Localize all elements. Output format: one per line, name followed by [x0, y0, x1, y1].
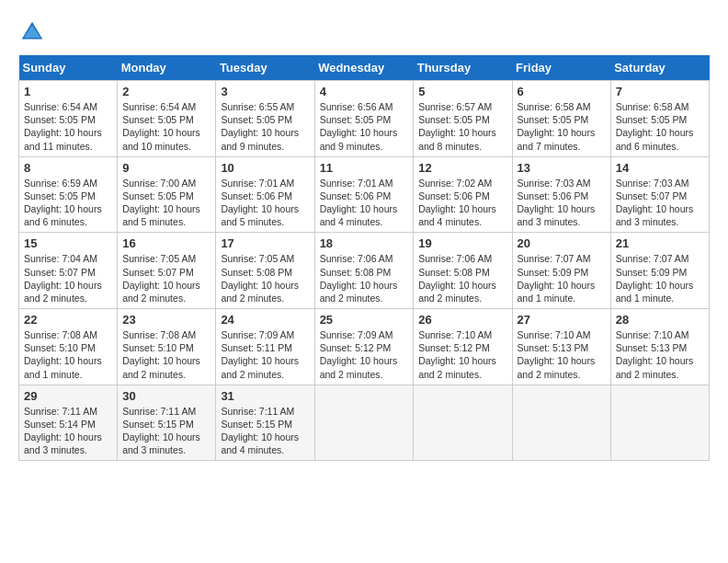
week-row-2: 8Sunrise: 6:59 AMSunset: 5:05 PMDaylight… [19, 156, 710, 233]
day-info: Sunrise: 7:11 AMSunset: 5:15 PMDaylight:… [221, 405, 309, 457]
column-header-saturday: Saturday [610, 55, 709, 81]
calendar-cell: 22Sunrise: 7:08 AMSunset: 5:10 PMDayligh… [19, 309, 118, 385]
day-info: Sunrise: 6:57 AMSunset: 5:05 PMDaylight:… [418, 100, 506, 153]
day-number: 4 [320, 85, 409, 98]
calendar-cell: 30Sunrise: 7:11 AMSunset: 5:15 PMDayligh… [118, 385, 216, 461]
day-info: Sunrise: 6:58 AMSunset: 5:05 PMDaylight:… [616, 100, 704, 153]
day-number: 9 [122, 161, 210, 175]
calendar-cell: 18Sunrise: 7:06 AMSunset: 5:08 PMDayligh… [314, 233, 414, 309]
day-number: 18 [320, 236, 409, 250]
calendar-cell: 17Sunrise: 7:05 AMSunset: 5:08 PMDayligh… [216, 233, 314, 309]
calendar-cell: 8Sunrise: 6:59 AMSunset: 5:05 PMDaylight… [19, 156, 118, 233]
week-row-3: 15Sunrise: 7:04 AMSunset: 5:07 PMDayligh… [19, 233, 710, 309]
calendar-cell: 21Sunrise: 7:07 AMSunset: 5:09 PMDayligh… [610, 233, 709, 309]
calendar-cell [414, 385, 512, 461]
day-number: 27 [518, 313, 606, 327]
day-info: Sunrise: 7:08 AMSunset: 5:10 PMDaylight:… [24, 328, 112, 381]
calendar-cell: 27Sunrise: 7:10 AMSunset: 5:13 PMDayligh… [512, 309, 610, 385]
column-header-sunday: Sunday [19, 55, 118, 81]
calendar-cell: 31Sunrise: 7:11 AMSunset: 5:15 PMDayligh… [216, 385, 314, 461]
column-header-tuesday: Tuesday [216, 55, 314, 81]
calendar-cell: 25Sunrise: 7:09 AMSunset: 5:12 PMDayligh… [314, 309, 414, 385]
day-info: Sunrise: 7:07 AMSunset: 5:09 PMDaylight:… [518, 252, 606, 304]
calendar-cell: 23Sunrise: 7:08 AMSunset: 5:10 PMDayligh… [118, 309, 216, 385]
day-number: 28 [616, 313, 704, 327]
calendar-cell: 10Sunrise: 7:01 AMSunset: 5:06 PMDayligh… [216, 156, 314, 233]
day-info: Sunrise: 6:54 AMSunset: 5:05 PMDaylight:… [122, 100, 210, 153]
calendar-cell: 4Sunrise: 6:56 AMSunset: 5:05 PMDaylight… [314, 81, 414, 157]
day-number: 13 [518, 161, 606, 175]
day-number: 23 [122, 313, 210, 327]
calendar-cell: 2Sunrise: 6:54 AMSunset: 5:05 PMDaylight… [118, 81, 216, 157]
day-number: 16 [122, 236, 210, 250]
day-number: 17 [221, 236, 309, 250]
day-number: 19 [418, 236, 506, 250]
day-number: 7 [616, 85, 704, 98]
day-info: Sunrise: 7:11 AMSunset: 5:14 PMDaylight:… [24, 405, 112, 457]
day-info: Sunrise: 7:02 AMSunset: 5:06 PMDaylight:… [418, 177, 506, 229]
calendar-cell: 26Sunrise: 7:10 AMSunset: 5:12 PMDayligh… [414, 309, 512, 385]
calendar-cell: 28Sunrise: 7:10 AMSunset: 5:13 PMDayligh… [610, 309, 709, 385]
column-header-wednesday: Wednesday [314, 55, 414, 81]
day-info: Sunrise: 6:56 AMSunset: 5:05 PMDaylight:… [320, 100, 409, 153]
day-info: Sunrise: 7:10 AMSunset: 5:13 PMDaylight:… [518, 328, 606, 381]
day-number: 30 [122, 389, 210, 403]
calendar-cell: 24Sunrise: 7:09 AMSunset: 5:11 PMDayligh… [216, 309, 314, 385]
day-number: 3 [221, 85, 309, 98]
calendar-cell: 1Sunrise: 6:54 AMSunset: 5:05 PMDaylight… [19, 81, 118, 157]
day-number: 21 [616, 236, 704, 250]
week-row-5: 29Sunrise: 7:11 AMSunset: 5:14 PMDayligh… [19, 385, 710, 461]
week-row-4: 22Sunrise: 7:08 AMSunset: 5:10 PMDayligh… [19, 309, 710, 385]
week-row-1: 1Sunrise: 6:54 AMSunset: 5:05 PMDaylight… [19, 81, 710, 157]
day-info: Sunrise: 7:09 AMSunset: 5:12 PMDaylight:… [320, 328, 409, 381]
day-info: Sunrise: 7:01 AMSunset: 5:06 PMDaylight:… [320, 177, 409, 229]
day-number: 2 [122, 85, 210, 98]
calendar-cell: 12Sunrise: 7:02 AMSunset: 5:06 PMDayligh… [414, 156, 512, 233]
calendar-cell [512, 385, 610, 461]
day-info: Sunrise: 6:58 AMSunset: 5:05 PMDaylight:… [518, 100, 606, 153]
day-number: 29 [24, 389, 112, 403]
day-number: 5 [418, 85, 506, 98]
logo [18, 18, 50, 46]
calendar-cell: 6Sunrise: 6:58 AMSunset: 5:05 PMDaylight… [512, 81, 610, 157]
calendar-cell: 15Sunrise: 7:04 AMSunset: 5:07 PMDayligh… [19, 233, 118, 309]
calendar-cell: 5Sunrise: 6:57 AMSunset: 5:05 PMDaylight… [414, 81, 512, 157]
day-info: Sunrise: 7:07 AMSunset: 5:09 PMDaylight:… [616, 252, 704, 304]
calendar-cell: 20Sunrise: 7:07 AMSunset: 5:09 PMDayligh… [512, 233, 610, 309]
day-number: 10 [221, 161, 309, 175]
day-number: 6 [518, 85, 606, 98]
calendar-table: SundayMondayTuesdayWednesdayThursdayFrid… [18, 55, 710, 461]
day-number: 31 [221, 389, 309, 403]
day-info: Sunrise: 6:55 AMSunset: 5:05 PMDaylight:… [221, 100, 309, 153]
day-info: Sunrise: 7:06 AMSunset: 5:08 PMDaylight:… [320, 252, 409, 304]
column-header-monday: Monday [118, 55, 216, 81]
day-info: Sunrise: 7:10 AMSunset: 5:12 PMDaylight:… [418, 328, 506, 381]
day-info: Sunrise: 7:09 AMSunset: 5:11 PMDaylight:… [221, 328, 309, 381]
calendar-cell: 7Sunrise: 6:58 AMSunset: 5:05 PMDaylight… [610, 81, 709, 157]
day-info: Sunrise: 7:11 AMSunset: 5:15 PMDaylight:… [122, 405, 210, 457]
day-number: 24 [221, 313, 309, 327]
page-header [18, 18, 710, 46]
calendar-cell [610, 385, 709, 461]
calendar-cell [314, 385, 414, 461]
day-info: Sunrise: 7:03 AMSunset: 5:06 PMDaylight:… [518, 177, 606, 229]
day-number: 15 [24, 236, 112, 250]
day-info: Sunrise: 7:06 AMSunset: 5:08 PMDaylight:… [418, 252, 506, 304]
calendar-cell: 13Sunrise: 7:03 AMSunset: 5:06 PMDayligh… [512, 156, 610, 233]
day-number: 25 [320, 313, 409, 327]
calendar-cell: 11Sunrise: 7:01 AMSunset: 5:06 PMDayligh… [314, 156, 414, 233]
column-header-friday: Friday [512, 55, 610, 81]
day-info: Sunrise: 6:59 AMSunset: 5:05 PMDaylight:… [24, 177, 112, 229]
day-number: 26 [418, 313, 506, 327]
calendar-cell: 19Sunrise: 7:06 AMSunset: 5:08 PMDayligh… [414, 233, 512, 309]
day-info: Sunrise: 7:01 AMSunset: 5:06 PMDaylight:… [221, 177, 309, 229]
day-info: Sunrise: 6:54 AMSunset: 5:05 PMDaylight:… [24, 100, 112, 153]
day-number: 14 [616, 161, 704, 175]
calendar-cell: 14Sunrise: 7:03 AMSunset: 5:07 PMDayligh… [610, 156, 709, 233]
day-info: Sunrise: 7:08 AMSunset: 5:10 PMDaylight:… [122, 328, 210, 381]
day-number: 11 [320, 161, 409, 175]
day-number: 12 [418, 161, 506, 175]
day-info: Sunrise: 7:10 AMSunset: 5:13 PMDaylight:… [616, 328, 704, 381]
calendar-header-row: SundayMondayTuesdayWednesdayThursdayFrid… [19, 55, 710, 81]
calendar-cell: 29Sunrise: 7:11 AMSunset: 5:14 PMDayligh… [19, 385, 118, 461]
